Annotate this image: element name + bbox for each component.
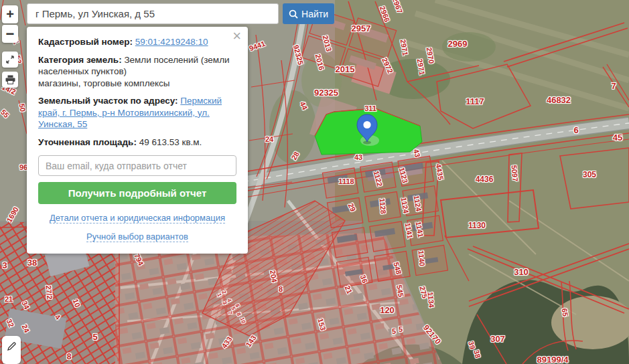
parcel-info-panel: × Кадастровый номер: 59:01:4219248:10 Ка…: [27, 27, 248, 254]
manual-select-link[interactable]: Ручной выбор вариантов: [86, 232, 188, 242]
pencil-icon: [7, 341, 17, 351]
expand-arrows-icon: [5, 55, 15, 64]
map-viewport[interactable]: 515214/250559616906383774794213427/21032…: [0, 0, 629, 364]
area-value: 49 613.53 кв.м.: [139, 137, 202, 147]
manual-select-row: Ручной выбор вариантов: [38, 232, 236, 243]
printer-icon: [5, 75, 15, 84]
search-button-label: Найти: [301, 9, 328, 19]
report-details-row: Детали отчета и юридическая информация: [38, 213, 236, 224]
address-label: Земельный участок по адресу:: [38, 96, 178, 106]
search-input[interactable]: [27, 3, 279, 24]
close-icon[interactable]: ×: [232, 29, 241, 43]
area-row: Уточненная площадь: 49 613.53 кв.м.: [38, 136, 236, 149]
cadastral-number-link[interactable]: 59:01:4219248:10: [135, 37, 208, 47]
address-row: Земельный участок по адресу: Пермский кр…: [38, 95, 236, 130]
land-category-row: Категория земель: Земли поселений (земли…: [38, 54, 236, 90]
search-icon: [289, 9, 298, 19]
email-input[interactable]: [38, 155, 236, 176]
fullscreen-button[interactable]: [2, 52, 18, 68]
area-label: Уточненная площадь:: [38, 137, 137, 147]
draw-button[interactable]: [2, 336, 21, 364]
get-report-button[interactable]: Получить подробный отчет: [38, 182, 236, 204]
cadastral-number-label: Кадастровый номер:: [38, 37, 133, 47]
zoom-in-button[interactable]: +: [2, 5, 18, 23]
print-button[interactable]: [2, 72, 18, 88]
search-bar: Найти: [27, 3, 334, 24]
search-button[interactable]: Найти: [283, 3, 334, 24]
land-use-value: магазины, торговые комплексы: [38, 78, 170, 88]
zoom-out-button[interactable]: −: [2, 25, 18, 43]
cadastral-number-row: Кадастровый номер: 59:01:4219248:10: [38, 36, 236, 48]
land-category-label: Категория земель:: [38, 55, 122, 65]
report-details-link[interactable]: Детали отчета и юридическая информация: [50, 213, 225, 223]
